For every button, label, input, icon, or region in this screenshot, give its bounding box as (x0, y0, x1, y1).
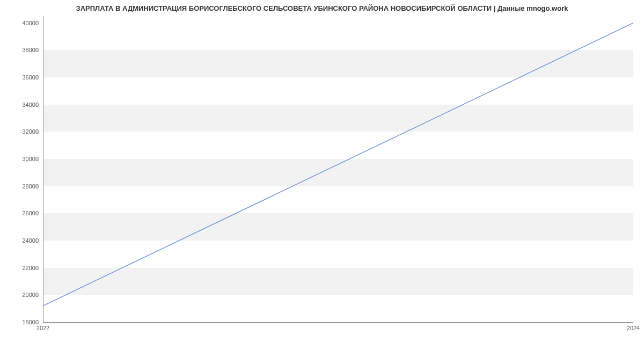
y-tick-label: 18000 (6, 319, 39, 325)
y-tick-label: 28000 (6, 183, 39, 190)
y-tick-label: 36000 (6, 74, 39, 81)
x-axis-line (43, 322, 633, 323)
data-line (43, 23, 633, 306)
y-tick-label: 40000 (6, 20, 39, 26)
y-tick-label: 32000 (6, 128, 39, 135)
chart-line-svg (43, 16, 633, 322)
y-tick-label: 26000 (6, 210, 39, 216)
y-tick-label: 22000 (6, 265, 39, 271)
x-tick-label: 2024 (627, 325, 640, 331)
plot-area (43, 16, 633, 322)
chart-container: ЗАРПЛАТА В АДМИНИСТРАЦИЯ БОРИСОГЛЕБСКОГО… (0, 0, 644, 349)
y-tick-label: 20000 (6, 292, 39, 298)
y-tick-label: 30000 (6, 156, 39, 162)
y-tick-label: 38000 (6, 47, 39, 53)
chart-title: ЗАРПЛАТА В АДМИНИСТРАЦИЯ БОРИСОГЛЕБСКОГО… (0, 0, 644, 14)
x-tick-label: 2022 (36, 325, 49, 331)
y-axis-line (43, 16, 43, 322)
y-tick-label: 34000 (6, 101, 39, 108)
y-tick-label: 24000 (6, 237, 39, 244)
